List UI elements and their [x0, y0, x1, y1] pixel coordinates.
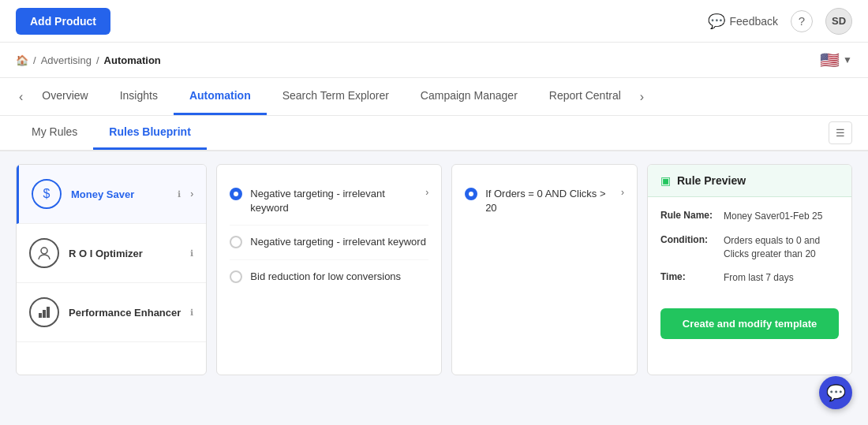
- middle-panels: Negative targeting - irrelevant keyword …: [216, 164, 852, 375]
- neg-targeting-2-label: Negative targeting - irrelevant keyword: [250, 235, 426, 249]
- tab-automation[interactable]: Automation: [174, 78, 267, 115]
- create-modify-template-button[interactable]: Create and modify template: [660, 308, 839, 339]
- breadcrumb-advertising[interactable]: Advertising: [41, 54, 92, 66]
- breadcrumb-current: Automation: [104, 54, 161, 66]
- sub-tab-my-rules[interactable]: My Rules: [16, 116, 93, 150]
- money-saver-arrow: ›: [190, 188, 193, 199]
- rule-option-neg-targeting-1[interactable]: Negative targeting - irrelevant keyword …: [230, 177, 428, 226]
- preview-time-row: Time: From last 7 days: [660, 271, 839, 285]
- preview-header-title: Rule Preview: [677, 174, 746, 187]
- rule-options-panel: Negative targeting - irrelevant keyword …: [216, 164, 442, 375]
- user-avatar[interactable]: SD: [825, 8, 852, 35]
- money-saver-label: Money Saver: [71, 188, 168, 200]
- rule-type-performance-enhancer[interactable]: Performance Enhancer ℹ: [17, 283, 206, 342]
- orders-clicks-arrow: ›: [621, 187, 624, 198]
- money-saver-icon: $: [32, 179, 62, 209]
- svg-rect-3: [47, 307, 50, 318]
- breadcrumb: 🏠 / Advertising / Automation 🇺🇸 ▼: [0, 43, 868, 78]
- radio-neg-targeting-1[interactable]: [230, 188, 242, 200]
- header-left: Add Product: [16, 8, 110, 35]
- add-product-button[interactable]: Add Product: [16, 8, 110, 35]
- chat-icon: 💬: [826, 383, 846, 388]
- performance-enhancer-icon: [29, 297, 59, 327]
- sub-tab-rules-blueprint[interactable]: Rules Blueprint: [93, 116, 206, 150]
- home-icon[interactable]: 🏠: [16, 54, 28, 66]
- condition-panel: If Orders = 0 AND Clicks > 20 ›: [451, 164, 638, 375]
- roi-optimizer-label: R O I Optimizer: [69, 248, 181, 259]
- rule-type-money-saver[interactable]: $ Money Saver ℹ ›: [17, 165, 206, 224]
- rule-name-label: Rule Name:: [660, 210, 716, 223]
- condition-label: Condition:: [660, 234, 716, 261]
- header-right: 💬 Feedback ? SD: [708, 8, 852, 35]
- neg-targeting-1-arrow: ›: [425, 187, 428, 198]
- preview-rule-name-row: Rule Name: Money Saver01-Feb 25: [660, 210, 839, 223]
- radio-bid-reduction[interactable]: [230, 270, 242, 283]
- tab-search-term-explorer[interactable]: Search Term Explorer: [267, 78, 405, 115]
- radio-orders-clicks[interactable]: [465, 188, 477, 200]
- breadcrumb-separator-1: /: [33, 54, 36, 66]
- info-icon-roi: ℹ: [190, 248, 193, 259]
- orders-clicks-label: If Orders = 0 AND Clicks > 20: [485, 187, 613, 215]
- rule-types-panel: $ Money Saver ℹ › R O I Optimizer ℹ: [16, 164, 207, 375]
- condition-value: Orders equals to 0 and Clicks greater th…: [724, 234, 839, 261]
- info-icon-money: ℹ: [178, 189, 181, 199]
- feedback-label: Feedback: [730, 15, 778, 28]
- svg-point-0: [41, 248, 47, 254]
- feedback-icon: 💬: [708, 13, 725, 30]
- tab-report-central[interactable]: Report Central: [533, 78, 637, 115]
- neg-targeting-1-label: Negative targeting - irrelevant keyword: [250, 187, 417, 215]
- rule-option-bid-reduction[interactable]: Bid reduction for low conversions: [230, 260, 428, 293]
- template-icon: ☰: [836, 127, 845, 139]
- preview-condition-row: Condition: Orders equals to 0 and Clicks…: [660, 234, 839, 261]
- tab-insights[interactable]: Insights: [104, 78, 174, 115]
- rule-type-roi-optimizer[interactable]: R O I Optimizer ℹ: [17, 224, 206, 283]
- template-icon-button[interactable]: ☰: [829, 121, 852, 144]
- condition-orders-clicks[interactable]: If Orders = 0 AND Clicks > 20 ›: [465, 177, 624, 225]
- performance-enhancer-label: Performance Enhancer: [69, 307, 181, 319]
- flag-icon: 🇺🇸: [820, 50, 840, 69]
- main-content: $ Money Saver ℹ › R O I Optimizer ℹ: [0, 151, 868, 388]
- nav-tabs: ‹ Overview Insights Automation Search Te…: [0, 78, 868, 116]
- breadcrumb-left: 🏠 / Advertising / Automation: [16, 54, 161, 66]
- rule-preview-panel: ▣ Rule Preview Rule Name: Money Saver01-…: [647, 164, 852, 375]
- nav-left-arrow[interactable]: ‹: [16, 84, 26, 110]
- preview-header: ▣ Rule Preview: [648, 165, 851, 197]
- svg-rect-2: [43, 310, 46, 318]
- tab-overview[interactable]: Overview: [26, 78, 103, 115]
- sub-tabs: My Rules Rules Blueprint ☰: [0, 116, 868, 151]
- svg-rect-1: [39, 313, 42, 318]
- roi-optimizer-icon: [29, 238, 59, 268]
- chevron-down-icon[interactable]: ▼: [843, 54, 852, 65]
- info-icon-perf: ℹ: [190, 308, 193, 318]
- nav-right-arrow[interactable]: ›: [637, 84, 647, 110]
- rule-name-value: Money Saver01-Feb 25: [724, 210, 839, 223]
- header: Add Product 💬 Feedback ? SD: [0, 0, 868, 43]
- rule-option-neg-targeting-2[interactable]: Negative targeting - irrelevant keyword: [230, 226, 428, 259]
- help-button[interactable]: ?: [791, 10, 813, 32]
- bid-reduction-label: Bid reduction for low conversions: [250, 270, 401, 284]
- time-label: Time:: [660, 271, 716, 285]
- breadcrumb-right: 🇺🇸 ▼: [820, 50, 852, 69]
- breadcrumb-separator-2: /: [96, 54, 99, 66]
- time-value: From last 7 days: [724, 271, 839, 285]
- feedback-button[interactable]: 💬 Feedback: [708, 13, 778, 30]
- sub-tabs-left: My Rules Rules Blueprint: [16, 116, 207, 150]
- radio-neg-targeting-2[interactable]: [230, 236, 242, 248]
- preview-body: Rule Name: Money Saver01-Feb 25 Conditio…: [648, 197, 851, 308]
- tab-campaign-manager[interactable]: Campaign Manager: [405, 78, 533, 115]
- preview-header-icon: ▣: [660, 174, 671, 187]
